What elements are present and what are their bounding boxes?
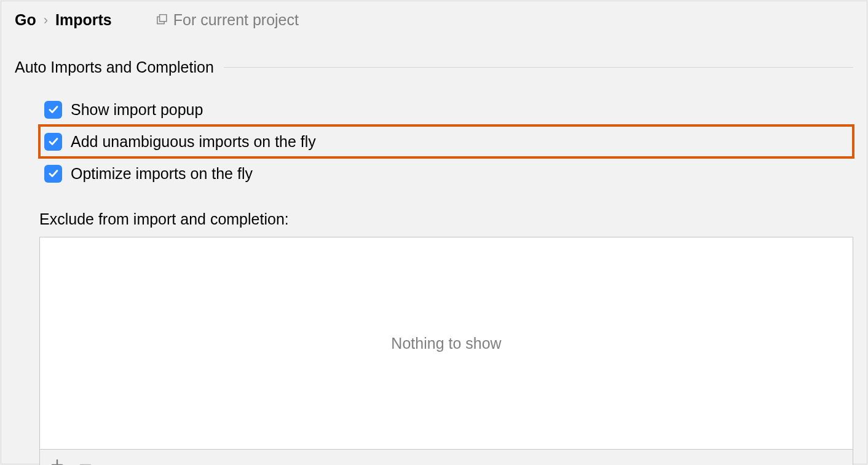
remove-button bbox=[77, 456, 94, 466]
add-button[interactable] bbox=[49, 456, 66, 466]
exclude-list[interactable]: Nothing to show bbox=[39, 237, 853, 450]
exclude-label: Exclude from import and completion: bbox=[15, 210, 853, 228]
chevron-right-icon: › bbox=[44, 12, 48, 28]
option-add-unambiguous-imports[interactable]: Add unambiguous imports on the fly bbox=[39, 125, 853, 157]
project-scope-icon bbox=[156, 14, 168, 26]
empty-placeholder: Nothing to show bbox=[391, 335, 501, 352]
option-label: Show import popup bbox=[71, 101, 203, 119]
section-divider bbox=[224, 67, 853, 68]
option-optimize-imports[interactable]: Optimize imports on the fly bbox=[39, 157, 853, 189]
checkbox-checked-icon[interactable] bbox=[44, 165, 62, 183]
breadcrumb: Go › Imports For current project bbox=[15, 11, 853, 29]
plus-icon bbox=[50, 458, 64, 466]
checkbox-checked-icon[interactable] bbox=[44, 133, 62, 151]
section-title: Auto Imports and Completion bbox=[15, 58, 214, 76]
option-label: Optimize imports on the fly bbox=[71, 165, 253, 183]
option-show-import-popup[interactable]: Show import popup bbox=[39, 93, 853, 125]
minus-icon bbox=[79, 458, 92, 466]
option-label: Add unambiguous imports on the fly bbox=[71, 133, 316, 151]
breadcrumb-root[interactable]: Go bbox=[15, 11, 36, 29]
checkbox-checked-icon[interactable] bbox=[44, 101, 62, 119]
svg-rect-1 bbox=[159, 14, 166, 21]
scope-indicator: For current project bbox=[156, 11, 299, 29]
section-header: Auto Imports and Completion bbox=[15, 58, 853, 76]
exclude-toolbar bbox=[39, 450, 853, 465]
breadcrumb-leaf: Imports bbox=[55, 11, 112, 29]
settings-panel: Go › Imports For current project Auto Im… bbox=[1, 1, 867, 464]
options-group: Show import popup Add unambiguous import… bbox=[15, 93, 853, 189]
scope-label: For current project bbox=[173, 11, 299, 29]
